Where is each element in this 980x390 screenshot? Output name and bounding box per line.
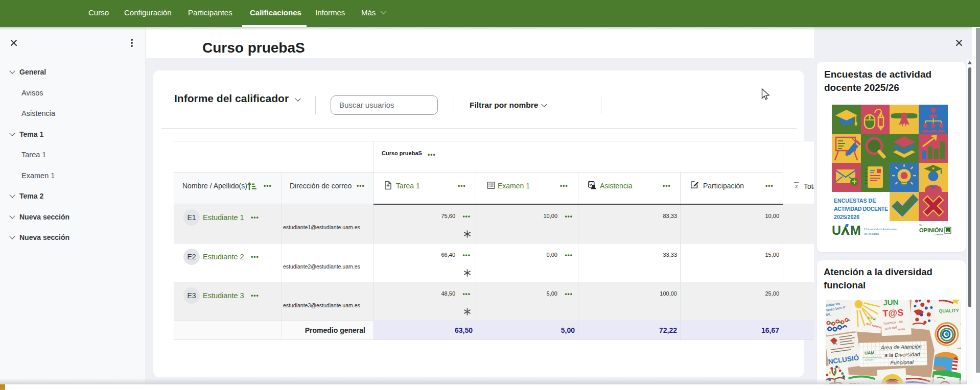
svg-text:2025/2026: 2025/2026 bbox=[834, 214, 859, 220]
svg-text:U: U bbox=[832, 224, 841, 237]
svg-text:T@S: T@S bbox=[882, 307, 904, 319]
svg-text:Área de Atención: Área de Atención bbox=[880, 344, 922, 351]
svg-text:UAM: UAM bbox=[865, 350, 875, 356]
svg-text:ENCUESTAS DE: ENCUESTAS DE bbox=[834, 198, 876, 204]
svg-text:M: M bbox=[850, 224, 861, 237]
svg-text:de Madrid: de Madrid bbox=[865, 359, 873, 361]
svg-text:a la Diversidad: a la Diversidad bbox=[884, 351, 921, 358]
svg-text:JUN: JUN bbox=[883, 300, 899, 307]
svg-text:de Madrid: de Madrid bbox=[864, 232, 879, 236]
svg-text:Te: Te bbox=[919, 224, 922, 227]
svg-text:Universidad Autónoma: Universidad Autónoma bbox=[864, 227, 898, 231]
svg-text:cuenta: cuenta bbox=[935, 233, 943, 236]
svg-text:QUALITY: QUALITY bbox=[939, 308, 959, 313]
svg-text:ayuda: ayuda bbox=[898, 327, 905, 331]
svg-text:ACTIVIDAD DOCENTE: ACTIVIDAD DOCENTE bbox=[834, 206, 888, 212]
svg-text:Funcional: Funcional bbox=[890, 359, 914, 365]
